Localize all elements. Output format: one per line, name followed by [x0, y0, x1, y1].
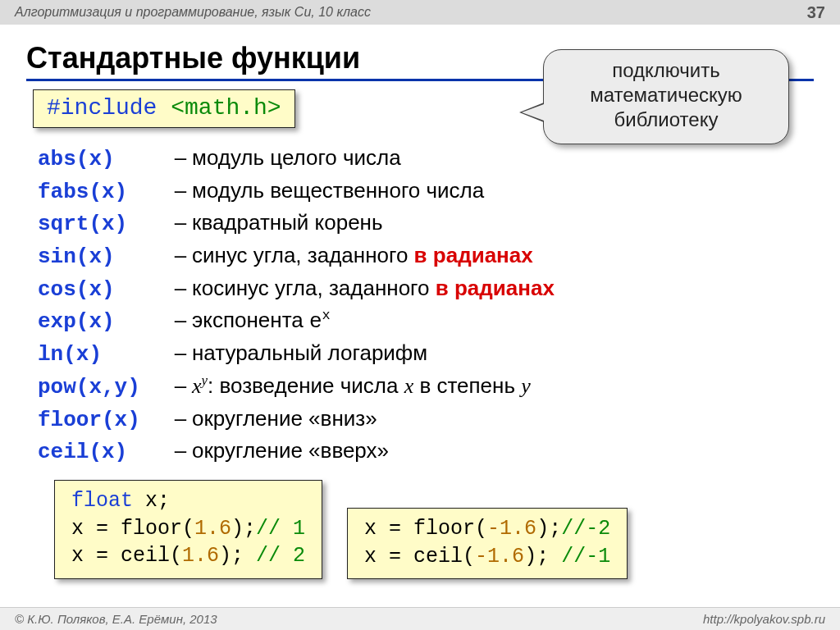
func-code: sqrt(x) — [38, 209, 169, 240]
func-row: ln(x) – натуральный логарифм — [38, 338, 840, 371]
include-lib: <math.h> — [171, 95, 281, 121]
func-code: pow(x,y) — [38, 372, 169, 404]
subject-label: Алгоритмизация и программирование, язык … — [15, 5, 371, 20]
code-examples: float x; x = floor(1.6);// 1 x = ceil(1.… — [54, 480, 840, 580]
code-box-right: x = floor(-1.6);//-2 x = ceil(-1.6); //-… — [347, 508, 628, 580]
footer-copyright: © К.Ю. Поляков, Е.А. Ерёмин, 2013 — [15, 612, 217, 626]
func-desc: модуль целого числа — [192, 143, 401, 174]
func-row: fabs(x) – модуль вещественного числа — [38, 176, 840, 208]
function-list: abs(x) – модуль целого числа fabs(x) – м… — [38, 143, 840, 468]
func-code: ln(x) — [38, 340, 169, 371]
func-desc: xy: возведение числа x в степень y — [192, 371, 531, 402]
func-desc: модуль вещественного числа — [192, 176, 484, 207]
func-row: sqrt(x) – квадратный корень — [38, 208, 840, 240]
func-desc: округление «вверх» — [192, 436, 389, 467]
dash: – — [169, 143, 192, 174]
highlight-red: в радианах — [436, 276, 555, 300]
func-row: ceil(x) – округление «вверх» — [38, 436, 840, 468]
func-desc: округление «вниз» — [192, 404, 377, 435]
func-code: sin(x) — [38, 242, 169, 273]
func-code: cos(x) — [38, 275, 169, 306]
func-desc: натуральный логарифм — [192, 338, 427, 369]
callout-line1: подключить — [555, 58, 777, 83]
func-desc: косинус угла, заданного в радианах — [192, 273, 555, 304]
func-row: cos(x) – косинус угла, заданного в радиа… — [38, 273, 840, 306]
footer-bar: © К.Ю. Поляков, Е.А. Ерёмин, 2013 http:/… — [0, 607, 840, 630]
callout-line3: библиотеку — [555, 107, 777, 132]
func-desc: экспонента ex — [192, 305, 331, 338]
func-code: abs(x) — [38, 144, 169, 176]
func-code: exp(x) — [38, 307, 169, 338]
callout-bubble: подключить математическую библиотеку — [543, 49, 789, 144]
func-desc: синус угла, заданного в радианах — [192, 240, 533, 272]
code-box-left: float x; x = floor(1.6);// 1 x = ceil(1.… — [54, 480, 322, 580]
highlight-red: в радианах — [414, 243, 533, 267]
func-row: abs(x) – модуль целого числа — [38, 143, 840, 176]
func-code: floor(x) — [38, 405, 169, 436]
footer-url: http://kpolyakov.spb.ru — [703, 612, 825, 626]
page-number: 37 — [807, 3, 825, 22]
func-code: fabs(x) — [38, 177, 169, 208]
func-row: floor(x) – округление «вниз» — [38, 404, 840, 436]
func-row: exp(x) – экспонента ex — [38, 305, 840, 338]
func-row: pow(x,y) – xy: возведение числа x в степ… — [38, 371, 840, 404]
callout-line2: математическую — [555, 83, 777, 107]
include-directive-box: #include <math.h> — [33, 89, 295, 128]
header-bar: Алгоритмизация и программирование, язык … — [0, 0, 840, 25]
func-row: sin(x) – синус угла, заданного в радиана… — [38, 240, 840, 273]
func-code: ceil(x) — [38, 437, 169, 468]
func-desc: квадратный корень — [192, 208, 383, 239]
include-keyword: #include — [47, 95, 157, 121]
